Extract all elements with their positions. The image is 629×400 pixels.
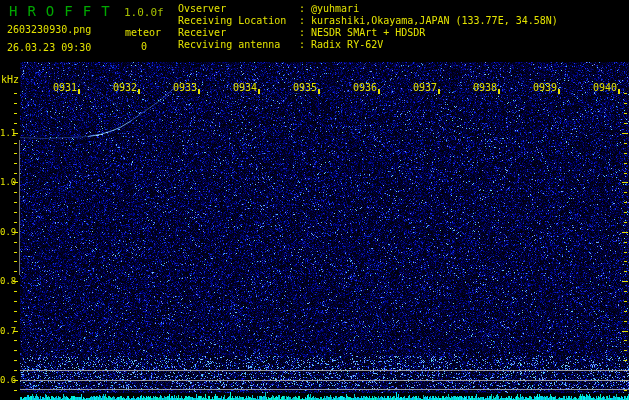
freq-tick-right — [624, 242, 627, 243]
freq-tick-label: 0.6 — [0, 376, 13, 385]
time-tick-label: 0936 — [353, 82, 377, 93]
freq-tick-right — [624, 340, 627, 341]
freq-tick-right — [624, 360, 627, 361]
freq-tick-right — [622, 182, 628, 183]
freq-tick-right — [624, 350, 627, 351]
freq-tick — [14, 222, 17, 223]
freq-tick — [14, 350, 17, 351]
version-label: 1.0.0f — [124, 6, 164, 19]
info-row-receiver: Receiver:NESDR SMArt + HDSDR — [178, 27, 558, 39]
freq-tick-right — [624, 321, 627, 322]
freq-tick-label: 0.8 — [0, 277, 13, 286]
info-row-antenna: Recviving antenna:Radix RY-62V — [178, 39, 558, 51]
freq-tick-right — [624, 202, 627, 203]
freq-tick — [14, 212, 17, 213]
freq-tick-right — [624, 271, 627, 272]
freq-tick — [13, 133, 18, 134]
freq-tick-right — [622, 281, 628, 282]
info-value: kurashiki,Okayama,JAPAN (133.77E, 34.58N… — [311, 15, 558, 27]
info-value: Radix RY-62V — [311, 39, 383, 51]
info-row-location: Receiving Location:kurashiki,Okayama,JAP… — [178, 15, 558, 27]
time-tick — [558, 89, 560, 94]
freq-tick-right — [622, 133, 628, 134]
reference-line — [20, 370, 629, 371]
info-row-observer: Ovserver:@yuhmari — [178, 3, 558, 15]
freq-tick-right — [624, 311, 627, 312]
freq-tick — [14, 252, 17, 253]
freq-tick — [14, 242, 17, 243]
info-value: NESDR SMArt + HDSDR — [311, 27, 425, 39]
time-tick — [498, 89, 500, 94]
info-value: @yuhmari — [311, 3, 359, 15]
freq-tick-right — [624, 291, 627, 292]
freq-tick-right — [624, 93, 627, 94]
freq-tick — [13, 182, 18, 183]
freq-tick — [14, 370, 17, 371]
freq-tick — [14, 153, 17, 154]
time-tick-label: 0939 — [533, 82, 557, 93]
freq-tick-right — [624, 153, 627, 154]
station-info: Ovserver:@yuhmari Receiving Location:kur… — [178, 3, 558, 51]
info-colon: : — [299, 27, 311, 39]
time-tick-label: 0937 — [413, 82, 437, 93]
time-tick-label: 0931 — [53, 82, 77, 93]
time-tick — [318, 89, 320, 94]
freq-tick-right — [624, 261, 627, 262]
freq-tick-label: 0.9 — [0, 227, 13, 236]
freq-tick-right — [622, 232, 628, 233]
axis-edge-line — [19, 140, 20, 275]
info-colon: : — [299, 15, 311, 27]
time-tick-label: 0935 — [293, 82, 317, 93]
freq-tick-right — [624, 143, 627, 144]
reference-line — [20, 380, 629, 381]
freq-tick — [14, 291, 17, 292]
app-title: HROFFT — [9, 3, 120, 19]
time-tick — [378, 89, 380, 94]
axis-overlay: HROFFT 1.0.0f 2603230930.png meteor 26.0… — [0, 0, 629, 400]
freq-tick — [14, 271, 17, 272]
freq-tick-right — [624, 301, 627, 302]
freq-tick — [14, 163, 17, 164]
hrofft-window: HROFFT 1.0.0f 2603230930.png meteor 26.0… — [0, 0, 629, 400]
freq-tick — [13, 380, 18, 381]
meteor-count: 0 — [141, 41, 147, 52]
info-label: Receiver — [178, 27, 299, 39]
freq-tick — [14, 390, 17, 391]
freq-tick — [14, 301, 17, 302]
freq-tick — [14, 123, 17, 124]
freq-tick-right — [622, 331, 628, 332]
freq-tick — [14, 202, 17, 203]
freq-tick — [14, 103, 17, 104]
freq-tick — [14, 311, 17, 312]
info-colon: : — [299, 39, 311, 51]
info-label: Receiving Location — [178, 15, 299, 27]
meteor-label: meteor — [125, 27, 161, 38]
time-tick-label: 0932 — [113, 82, 137, 93]
datetime-label: 26.03.23 09:30 — [7, 42, 91, 53]
reference-line — [20, 389, 629, 390]
freq-tick-label: 1.0 — [0, 178, 13, 187]
freq-tick-right — [624, 222, 627, 223]
freq-tick — [14, 93, 17, 94]
freq-tick — [14, 113, 17, 114]
time-tick — [438, 89, 440, 94]
freq-tick — [14, 360, 17, 361]
freq-tick — [14, 192, 17, 193]
time-tick — [198, 89, 200, 94]
freq-tick — [13, 281, 18, 282]
freq-tick — [14, 340, 17, 341]
time-tick — [258, 89, 260, 94]
freq-tick — [13, 331, 18, 332]
freq-tick-right — [624, 252, 627, 253]
info-label: Ovserver — [178, 3, 299, 15]
freq-tick — [13, 232, 18, 233]
time-tick-label: 0940 — [593, 82, 617, 93]
info-label: Recviving antenna — [178, 39, 299, 51]
freq-tick-right — [624, 113, 627, 114]
freq-tick-right — [624, 192, 627, 193]
freq-tick — [14, 261, 17, 262]
freq-tick — [14, 321, 17, 322]
time-tick-label: 0934 — [233, 82, 257, 93]
time-tick — [138, 89, 140, 94]
freq-tick-right — [624, 163, 627, 164]
